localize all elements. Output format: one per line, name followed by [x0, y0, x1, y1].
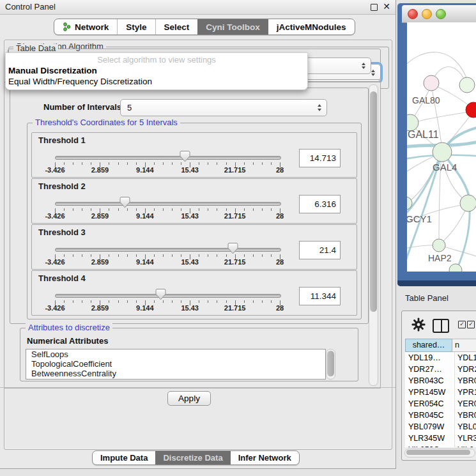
table-row[interactable]: YBL079WYBL0 — [405, 421, 476, 433]
slider-handle[interactable] — [180, 150, 190, 162]
tab-cyni-toolbox[interactable]: Cyni Toolbox — [197, 19, 268, 35]
table-row[interactable]: YBR043CYBR0 — [405, 375, 476, 387]
attribute-list-item[interactable]: TopologicalCoefficient — [26, 359, 325, 369]
zoom-traffic-light[interactable] — [436, 9, 446, 19]
close-icon[interactable]: ✕ — [383, 1, 390, 12]
slider-tick — [91, 208, 91, 211]
tab-infer-network[interactable]: Infer Network — [231, 451, 299, 464]
slider-tick — [226, 162, 227, 165]
gear-icon[interactable] — [411, 318, 426, 332]
slider-tick-label: 21.715 — [224, 304, 246, 312]
slider-tick — [109, 162, 109, 165]
attribute-list-item[interactable]: SelfLoops — [26, 349, 325, 359]
slider-handle[interactable] — [227, 242, 238, 254]
network-node-right[interactable] — [460, 195, 476, 211]
threshold-slider[interactable]: -3.4262.8599.14415.4321.71528 — [55, 225, 280, 269]
table-row[interactable]: YDL19…YDL1 — [405, 352, 476, 364]
minimize-traffic-light[interactable] — [422, 9, 432, 19]
cell-shared-name[interactable]: YBR043C — [405, 375, 455, 387]
slider-track[interactable] — [55, 202, 281, 206]
tab-impute-data[interactable]: Impute Data — [93, 451, 155, 464]
cell-name[interactable]: YDR2 — [455, 364, 476, 375]
threshold-value-field[interactable]: 14.713 — [299, 149, 341, 167]
slider-handle[interactable] — [119, 196, 130, 208]
column-header-shared-name[interactable]: shared… — [405, 339, 452, 352]
table-row[interactable]: YBR045CYBR0 — [405, 410, 476, 421]
slider-tick-label: 15.43 — [181, 166, 199, 174]
checkbox-icon[interactable]: ✓ — [458, 321, 466, 328]
threshold-value-field[interactable]: 21.4 — [299, 241, 341, 259]
cell-shared-name[interactable]: YER054C — [405, 398, 455, 410]
cell-shared-name[interactable]: YLR345W — [405, 433, 455, 444]
popup-option-manual-discretization[interactable]: Manual Discretization — [8, 66, 305, 75]
apply-button[interactable]: Apply — [167, 391, 211, 406]
slider-tick — [118, 300, 119, 303]
cell-shared-name[interactable]: YPR145W — [405, 387, 455, 398]
slider-tick-label: 15.43 — [181, 258, 199, 266]
cell-name[interactable]: YIL0 — [455, 444, 476, 447]
checkbox-icon[interactable]: ✓ — [467, 321, 475, 328]
float-window-icon[interactable] — [371, 4, 378, 11]
network-node-gal80[interactable] — [424, 75, 439, 91]
cell-shared-name[interactable]: YBR045C — [405, 410, 455, 421]
cell-name[interactable]: YLR3 — [455, 433, 476, 444]
cell-shared-name[interactable]: YIL053C — [405, 444, 455, 447]
tab-style[interactable]: Style — [117, 19, 155, 35]
threshold-value-field[interactable]: 11.344 — [299, 287, 341, 305]
numerical-attributes-list[interactable]: SelfLoopsTopologicalCoefficientBetweenne… — [26, 349, 326, 380]
cell-name[interactable]: YPR1 — [455, 387, 476, 398]
threshold-value-field[interactable]: 6.316 — [299, 195, 341, 213]
table-row[interactable]: YER054CYER0 — [405, 398, 476, 410]
number-of-intervals-label: Number of Intervals — [43, 102, 121, 112]
slider-tick-label: -3.426 — [45, 304, 65, 312]
network-node-hap2[interactable] — [433, 239, 445, 252]
cell-name[interactable]: YDL1 — [455, 352, 476, 364]
network-node-gal4[interactable] — [433, 142, 452, 162]
cell-name[interactable]: YBL0 — [455, 421, 476, 433]
table-data-group-title: Table Data — [13, 44, 58, 53]
popup-option-equal-width-frequency[interactable]: Equal Width/Frequency Discretization — [8, 77, 305, 86]
combo-arrows-icon — [359, 63, 368, 70]
tab-jactivemnodules[interactable]: jActiveMNodules — [268, 19, 355, 35]
threshold-slider[interactable]: -3.4262.8599.14415.4321.71528 — [55, 133, 280, 177]
slider-track[interactable] — [55, 156, 281, 160]
table-row[interactable]: YIL053CYIL0 — [405, 444, 476, 447]
split-columns-icon[interactable] — [433, 319, 449, 333]
numerical-attributes-label: Numerical Attributes — [27, 336, 108, 346]
number-of-intervals-combobox[interactable]: 5 — [120, 99, 327, 116]
cell-shared-name[interactable]: YBL079W — [405, 421, 455, 433]
threshold-slider[interactable]: -3.4262.8599.14415.4321.71528 — [55, 271, 280, 315]
attribute-list-item[interactable]: BetweennessCentrality — [26, 369, 325, 378]
network-canvas[interactable]: GAL80 GA C GAL11 GAL4 GCY1 H HAP2 — [407, 22, 476, 272]
slider-handle[interactable] — [155, 288, 166, 300]
network-node-top-right[interactable] — [459, 77, 475, 93]
slider-tick — [154, 300, 155, 303]
slider-tick — [136, 300, 137, 303]
close-traffic-light[interactable] — [408, 9, 418, 19]
attribute-list-scrollbar[interactable] — [326, 349, 335, 380]
slider-tick-label: 9.144 — [136, 212, 154, 220]
cell-name[interactable]: YER0 — [455, 398, 476, 410]
network-node-bottom[interactable] — [449, 264, 462, 272]
slider-track[interactable] — [55, 294, 281, 298]
threshold-slider[interactable]: -3.4262.8599.14415.4321.71528 — [55, 179, 280, 223]
tab-select[interactable]: Select — [155, 19, 198, 35]
table-row[interactable]: YDR27…YDR2 — [405, 364, 476, 375]
slider-track[interactable] — [55, 248, 281, 252]
cell-shared-name[interactable]: YDL19… — [405, 352, 455, 364]
cell-name[interactable]: YBR0 — [455, 410, 476, 421]
tab-network[interactable]: Network — [54, 19, 117, 35]
cell-shared-name[interactable]: YDR27… — [405, 364, 455, 375]
node-label-gal80: GAL80 — [412, 95, 440, 105]
settings-scrollbar[interactable] — [369, 84, 378, 386]
cell-name[interactable]: YBR0 — [455, 375, 476, 387]
slider-tick — [109, 254, 109, 257]
slider-tick — [154, 162, 155, 165]
table-horizontal-scrollbar[interactable] — [404, 449, 475, 457]
table-row[interactable]: YLR345WYLR3 — [405, 433, 476, 444]
column-header-name[interactable]: n — [452, 339, 476, 352]
table-panel-window: ✓ ✓ shared… n YDL19…YDL1YDR27…YDR2YBR043… — [401, 311, 476, 461]
tab-discretize-data[interactable]: Discretize Data — [155, 451, 230, 464]
table-row[interactable]: YPR145WYPR1 — [405, 387, 476, 398]
slider-tick — [64, 162, 65, 165]
